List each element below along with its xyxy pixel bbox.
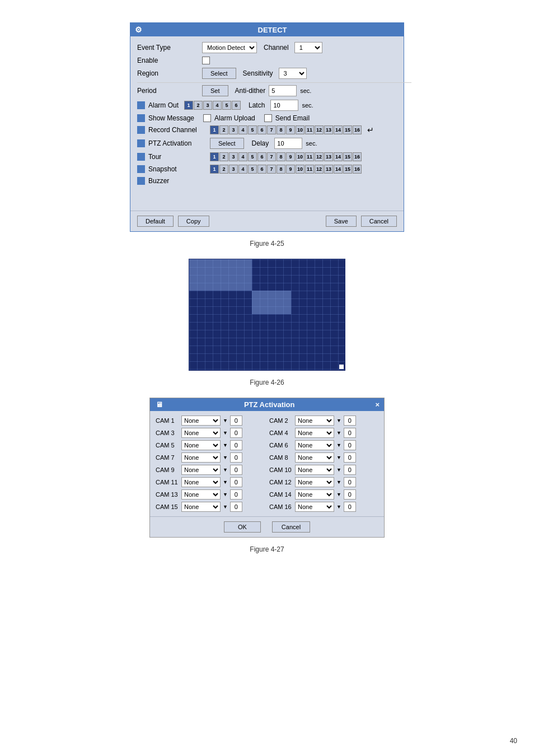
rec-ch-14[interactable]: 14 xyxy=(334,125,343,134)
cam8-num-input[interactable] xyxy=(344,452,356,463)
alarm-ch-6[interactable]: 6 xyxy=(232,101,241,110)
cam14-preset-select[interactable]: None xyxy=(295,489,334,500)
tour-ch-10[interactable]: 10 xyxy=(296,152,305,161)
cam16-preset-select[interactable]: None xyxy=(295,502,334,512)
rec-ch-9[interactable]: 9 xyxy=(286,125,295,134)
rec-ch-11[interactable]: 11 xyxy=(305,125,314,134)
rec-ch-6[interactable]: 6 xyxy=(257,125,266,134)
cam2-preset-select[interactable]: None xyxy=(295,416,334,426)
cam11-preset-select[interactable]: None xyxy=(181,477,221,487)
cam5-num-input[interactable] xyxy=(230,440,242,450)
ptz-activation-checkbox[interactable] xyxy=(137,139,145,147)
cam3-preset-select[interactable]: None xyxy=(181,428,221,438)
enable-checkbox[interactable] xyxy=(202,57,210,64)
snap-ch-16[interactable]: 16 xyxy=(353,165,362,174)
cam16-num-input[interactable] xyxy=(344,502,356,512)
rec-ch-15[interactable]: 15 xyxy=(343,125,352,134)
tour-ch-5[interactable]: 5 xyxy=(248,152,257,161)
snap-ch-1[interactable]: 1 xyxy=(210,165,219,174)
latch-input[interactable] xyxy=(270,100,298,111)
rec-ch-12[interactable]: 12 xyxy=(315,125,324,134)
snap-ch-5[interactable]: 5 xyxy=(248,165,257,174)
alarm-ch-2[interactable]: 2 xyxy=(194,101,203,110)
event-type-select[interactable]: Motion Detect xyxy=(202,42,257,53)
alarm-upload-checkbox[interactable] xyxy=(203,114,211,122)
tour-ch-7[interactable]: 7 xyxy=(267,152,276,161)
tour-ch-11[interactable]: 11 xyxy=(305,152,314,161)
snap-ch-11[interactable]: 11 xyxy=(305,165,314,174)
snap-ch-13[interactable]: 13 xyxy=(324,165,333,174)
ptz-cancel-btn[interactable]: Cancel xyxy=(272,521,310,533)
rec-ch-2[interactable]: 2 xyxy=(219,125,228,134)
ptz-ok-btn[interactable]: OK xyxy=(224,521,261,533)
cam6-preset-select[interactable]: None xyxy=(295,440,334,450)
show-message-checkbox[interactable] xyxy=(137,114,145,122)
cam1-preset-select[interactable]: None xyxy=(181,416,221,426)
tour-ch-14[interactable]: 14 xyxy=(334,152,343,161)
record-channel-checkbox[interactable] xyxy=(137,126,145,134)
cam10-num-input[interactable] xyxy=(344,465,356,475)
cam15-preset-select[interactable]: None xyxy=(181,502,221,512)
copy-btn[interactable]: Copy xyxy=(178,216,209,227)
cam7-preset-select[interactable]: None xyxy=(181,452,221,463)
ptz-select-btn[interactable]: Select xyxy=(210,138,244,149)
anti-dither-input[interactable] xyxy=(269,85,297,96)
alarm-ch-5[interactable]: 5 xyxy=(222,101,231,110)
cam7-num-input[interactable] xyxy=(230,452,242,463)
period-set-btn[interactable]: Set xyxy=(202,85,228,96)
cam13-num-input[interactable] xyxy=(230,489,242,500)
snap-ch-3[interactable]: 3 xyxy=(229,165,238,174)
ptz-close-icon[interactable]: × xyxy=(375,400,380,409)
tour-ch-8[interactable]: 8 xyxy=(277,152,285,161)
cam12-preset-select[interactable]: None xyxy=(295,477,334,487)
tour-ch-9[interactable]: 9 xyxy=(286,152,295,161)
tour-ch-2[interactable]: 2 xyxy=(219,152,228,161)
cam12-num-input[interactable] xyxy=(344,477,356,487)
alarm-ch-1[interactable]: 1 xyxy=(184,101,193,110)
snap-ch-14[interactable]: 14 xyxy=(334,165,343,174)
rec-ch-8[interactable]: 8 xyxy=(277,125,285,134)
cam13-preset-select[interactable]: None xyxy=(181,489,221,500)
snap-ch-9[interactable]: 9 xyxy=(286,165,295,174)
snapshot-checkbox[interactable] xyxy=(137,165,145,173)
cam6-num-input[interactable] xyxy=(344,440,356,450)
cam9-preset-select[interactable]: None xyxy=(181,465,221,475)
cam14-num-input[interactable] xyxy=(344,489,356,500)
resize-handle-icon[interactable] xyxy=(339,365,344,369)
cancel-btn[interactable]: Cancel xyxy=(361,216,397,227)
rec-ch-16[interactable]: 16 xyxy=(353,125,362,134)
snap-ch-15[interactable]: 15 xyxy=(343,165,352,174)
cam2-num-input[interactable] xyxy=(344,416,356,426)
sensitivity-select[interactable]: 3 xyxy=(279,68,307,79)
cam1-num-input[interactable] xyxy=(230,416,242,426)
snap-ch-4[interactable]: 4 xyxy=(238,165,247,174)
save-btn[interactable]: Save xyxy=(326,216,357,227)
rec-ch-10[interactable]: 10 xyxy=(296,125,305,134)
snap-ch-10[interactable]: 10 xyxy=(296,165,305,174)
tour-checkbox[interactable] xyxy=(137,153,145,161)
cam4-preset-select[interactable]: None xyxy=(295,428,334,438)
rec-ch-7[interactable]: 7 xyxy=(267,125,276,134)
snap-ch-8[interactable]: 8 xyxy=(277,165,285,174)
cam4-num-input[interactable] xyxy=(344,428,356,438)
buzzer-checkbox[interactable] xyxy=(137,177,145,185)
cam5-preset-select[interactable]: None xyxy=(181,440,221,450)
tour-ch-15[interactable]: 15 xyxy=(343,152,352,161)
alarm-ch-4[interactable]: 4 xyxy=(213,101,222,110)
send-email-checkbox[interactable] xyxy=(264,114,272,122)
tour-ch-16[interactable]: 16 xyxy=(353,152,362,161)
cam3-num-input[interactable] xyxy=(230,428,242,438)
snap-ch-12[interactable]: 12 xyxy=(315,165,324,174)
cam15-num-input[interactable] xyxy=(230,502,242,512)
snap-ch-7[interactable]: 7 xyxy=(267,165,276,174)
default-btn[interactable]: Default xyxy=(137,216,174,227)
tour-ch-4[interactable]: 4 xyxy=(238,152,247,161)
rec-ch-4[interactable]: 4 xyxy=(238,125,247,134)
tour-ch-13[interactable]: 13 xyxy=(324,152,333,161)
tour-ch-12[interactable]: 12 xyxy=(315,152,324,161)
region-select-btn[interactable]: Select xyxy=(202,68,236,79)
cam8-preset-select[interactable]: None xyxy=(295,452,334,463)
tour-ch-6[interactable]: 6 xyxy=(257,152,266,161)
channel-select[interactable]: 1 xyxy=(294,42,322,53)
rec-ch-3[interactable]: 3 xyxy=(229,125,238,134)
